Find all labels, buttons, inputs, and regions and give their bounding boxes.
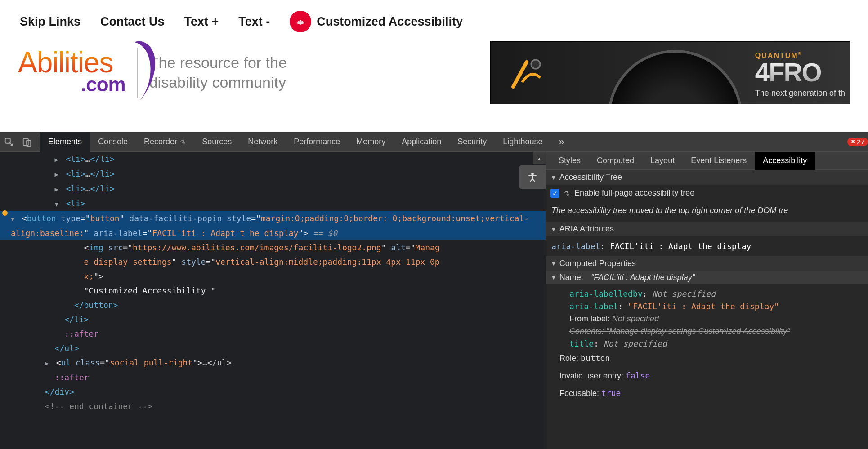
dom-line[interactable]: x;"> (0, 269, 546, 284)
ad-wheel-graphic (608, 50, 743, 104)
tagline: The resource for the disability communit… (149, 53, 287, 92)
svg-point-4 (532, 173, 534, 175)
accessibility-person-icon[interactable] (519, 165, 546, 189)
ad-banner[interactable]: QUANTUM® 4FRO The next generation of th (490, 41, 850, 104)
dom-line[interactable]: ▼ <li> (0, 196, 546, 211)
devtools-side-panel: Styles Computed Layout Event Listeners A… (546, 152, 868, 449)
computed-properties-body: aria-labelledby: Not specified aria-labe… (546, 284, 868, 406)
error-count-badge[interactable]: 27 (847, 138, 868, 146)
side-tab-computed[interactable]: Computed (589, 152, 642, 170)
checkbox-checked-icon: ✓ (550, 189, 559, 198)
side-tab-accessibility[interactable]: Accessibility (755, 152, 815, 170)
tagline-line2: disability community (149, 73, 287, 93)
inspect-element-icon[interactable] (0, 132, 18, 152)
prop-aria-labelledby: aria-labelledby (569, 289, 643, 298)
ad-subtitle: The next generation of th (755, 89, 845, 97)
tab-application[interactable]: Application (394, 132, 449, 152)
prop-contents: Contents: "Manage display settings Custo… (569, 327, 790, 336)
dom-line[interactable]: </div> (0, 385, 546, 399)
side-tab-event-listeners[interactable]: Event Listeners (683, 152, 755, 170)
side-tab-bar: Styles Computed Layout Event Listeners A… (546, 152, 868, 170)
tab-divider (38, 136, 38, 148)
ad-brand-fro: FRO (769, 58, 821, 87)
skip-links-link[interactable]: Skip Links (20, 15, 81, 29)
svg-point-0 (531, 60, 540, 69)
site-header: Abilities .com The resource for the disa… (0, 37, 868, 111)
prop-from-label: From label (569, 314, 608, 323)
breakpoint-marker-icon[interactable] (2, 210, 8, 216)
tab-recorder[interactable]: Recorder ⚗ (136, 132, 194, 152)
dom-line[interactable]: ::after (0, 327, 546, 341)
tab-sources[interactable]: Sources (194, 132, 240, 152)
site-logo[interactable]: Abilities .com (18, 50, 125, 96)
dom-line[interactable]: ▶ <li>…</li> (0, 167, 546, 182)
tab-lighthouse[interactable]: Lighthouse (495, 132, 550, 152)
tab-network[interactable]: Network (240, 132, 286, 152)
dom-line[interactable]: <!-- end container --> (0, 399, 546, 413)
beaker-icon: ⚗ (180, 138, 186, 146)
devtools: Elements Console Recorder ⚗ Sources Netw… (0, 132, 868, 449)
text-decrease-link[interactable]: Text - (238, 15, 270, 29)
computed-name-row[interactable]: ▼ Name: "FACIL'iti : Adapt the display" (546, 271, 868, 284)
prop-role: Role: (559, 354, 578, 363)
computed-properties-header[interactable]: ▼Computed Properties (546, 256, 868, 271)
ad-text-block: QUANTUM® 4FRO The next generation of th (755, 52, 845, 97)
tab-performance[interactable]: Performance (286, 132, 348, 152)
side-tab-styles[interactable]: Styles (550, 152, 589, 170)
tree-moved-info: The accessibility tree moved to the top … (546, 201, 868, 222)
ad-brand-number: 4 (755, 58, 769, 87)
accessibility-tree-header[interactable]: ▼Accessibility Tree (546, 170, 868, 185)
tab-elements[interactable]: Elements (40, 132, 90, 152)
dom-line[interactable]: ▶ <li>…</li> (0, 182, 546, 196)
tagline-line1: The resource for the (149, 53, 287, 73)
tab-console[interactable]: Console (90, 132, 136, 152)
tab-overflow-icon[interactable]: » (550, 132, 572, 152)
logo-group: Abilities .com The resource for the disa… (18, 48, 287, 98)
logo-main-text: Abilities (18, 50, 125, 76)
scroll-up-icon[interactable]: ▴ (533, 152, 546, 164)
faciliti-icon (290, 11, 311, 32)
dom-line[interactable]: ▶ <ul class="social pull-right">…</ul> (0, 356, 546, 370)
text-increase-link[interactable]: Text + (184, 15, 219, 29)
aria-attributes-body: aria-label: FACIL'iti : Adapt the displa… (546, 236, 868, 256)
tab-memory[interactable]: Memory (348, 132, 394, 152)
top-utility-nav: Skip Links Contact Us Text + Text - Cust… (0, 0, 868, 37)
side-tab-layout[interactable]: Layout (642, 152, 683, 170)
beaker-icon: ⚗ (564, 190, 570, 197)
dom-line[interactable]: ▶ <li>…</li> (0, 152, 546, 167)
dom-line[interactable]: e display settings" style="vertical-alig… (0, 255, 546, 269)
dom-line[interactable]: "Customized Accessibility " (0, 284, 546, 298)
enable-full-tree-label: Enable full-page accessibility tree (574, 188, 694, 198)
dom-line[interactable]: </li> (0, 312, 546, 327)
prop-aria-label: aria-label (569, 302, 618, 311)
dom-line[interactable]: </ul> (0, 341, 546, 356)
svg-rect-2 (23, 138, 28, 145)
devtools-tab-bar: Elements Console Recorder ⚗ Sources Netw… (0, 132, 868, 152)
dom-line[interactable]: ::after (0, 370, 546, 385)
logo-swirl-icon (114, 39, 168, 107)
enable-full-tree-checkbox[interactable]: ✓ ⚗ Enable full-page accessibility tree (546, 185, 868, 201)
aria-attributes-header[interactable]: ▼ARIA Attributes (546, 222, 868, 236)
ad-spring-graphic (509, 55, 572, 91)
customized-accessibility-button[interactable]: Customized Accessibility (290, 11, 463, 32)
contact-us-link[interactable]: Contact Us (100, 15, 165, 29)
dom-line-selected[interactable]: ▼ <button type="button" data-faciliti-po… (0, 211, 546, 240)
customized-accessibility-label: Customized Accessibility (317, 15, 463, 29)
elements-panel[interactable]: ▴ ▶ <li>…</li> ▶ <li>…</li> ▶ <li>…</li>… (0, 152, 546, 449)
tab-security[interactable]: Security (449, 132, 495, 152)
dom-line[interactable]: </button> (0, 298, 546, 312)
prop-title: title (569, 339, 594, 348)
dom-line[interactable]: <img src="https://www.abilities.com/imag… (0, 240, 546, 255)
prop-invalid-user-entry: Invalid user entry: (559, 371, 623, 380)
device-toolbar-icon[interactable] (18, 132, 36, 152)
prop-focusable: Focusable: (559, 389, 599, 398)
